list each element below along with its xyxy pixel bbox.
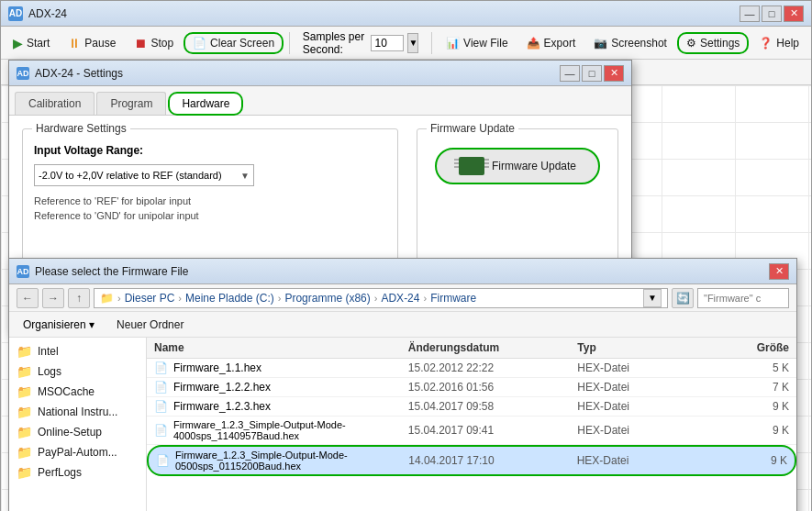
voltage-dropdown-arrow: ▼ [240, 171, 250, 181]
settings-button[interactable]: ⚙ Settings [677, 32, 749, 54]
close-button[interactable]: ✕ [784, 6, 804, 22]
folder-icon-msocache: 📁 [17, 384, 32, 399]
sidebar-item-logs[interactable]: 📁 Logs [9, 361, 146, 382]
hardware-settings-legend: Hardware Settings [32, 122, 130, 135]
header-type: Typ [577, 341, 704, 354]
file-row-1[interactable]: 📄 Firmware_1.2.2.hex 15.02.2016 01:56 HE… [147, 378, 796, 397]
file-search-input[interactable] [697, 288, 789, 308]
samples-input[interactable] [371, 35, 404, 51]
pause-icon: ⏸ [68, 36, 81, 50]
new-folder-button[interactable]: Neuer Ordner [108, 315, 192, 335]
settings-title-icon: AD [17, 67, 29, 80]
screenshot-button[interactable]: 📷 Screenshot [585, 33, 675, 53]
stop-button[interactable]: ⏹ Stop [126, 32, 182, 54]
folder-icon-intel: 📁 [17, 344, 32, 359]
path-seg-1[interactable]: Meine Pladde (C:) [185, 292, 274, 305]
hw-note-2: Reference to 'GND' for unipolar input [34, 210, 386, 221]
path-icon: 📁 [100, 292, 114, 305]
path-bar: 📁 › Dieser PC › Meine Pladde (C:) › Prog… [94, 288, 668, 308]
folder-icon-paypal: 📁 [17, 445, 32, 460]
folder-icon-national: 📁 [17, 405, 32, 419]
file-nav-bar: ← → ↑ 📁 › Dieser PC › Meine Pladde (C:) … [9, 284, 796, 312]
pause-button[interactable]: ⏸ Pause [60, 32, 124, 54]
nav-up-button[interactable]: ↑ [68, 288, 90, 308]
nav-forward-button[interactable]: → [42, 288, 64, 308]
firmware-group-legend: Firmware Update [427, 122, 518, 135]
file-icon-0: 📄 [154, 361, 168, 374]
chip-icon [459, 157, 484, 175]
folder-icon-online-setup: 📁 [17, 425, 32, 439]
stop-icon: ⏹ [134, 36, 147, 50]
sidebar-item-intel[interactable]: 📁 Intel [9, 341, 146, 361]
file-row-2[interactable]: 📄 Firmware_1.2.3.hex 15.04.2017 09:58 HE… [147, 397, 796, 417]
settings-title-bar: AD ADX-24 - Settings — □ ✕ [9, 61, 631, 86]
path-seg-4[interactable]: Firmware [430, 292, 476, 305]
file-dialog-close-button[interactable]: ✕ [769, 263, 789, 280]
file-body: 📁 Intel 📁 Logs 📁 MSOCache 📁 National Ins… [9, 338, 796, 511]
clear-screen-button[interactable]: 📄 Clear Screen [184, 32, 284, 54]
settings-close-button[interactable]: ✕ [604, 65, 624, 82]
file-icon-2: 📄 [154, 400, 168, 413]
sidebar-item-msocache[interactable]: 📁 MSOCache [9, 382, 146, 402]
file-icon-4: 📄 [156, 454, 170, 467]
header-size: Größe [705, 341, 789, 354]
tab-calibration[interactable]: Calibration [15, 92, 95, 115]
sidebar-item-perflogs[interactable]: 📁 PerfLogs [9, 462, 146, 483]
minimize-button[interactable]: — [740, 6, 760, 22]
file-dialog-icon: AD [17, 265, 29, 278]
tab-hardware[interactable]: Hardware [168, 92, 243, 116]
main-window: AD ADX-24 — □ ✕ ▶ Start ⏸ Pause ⏹ Stop 📄… [0, 0, 812, 511]
main-toolbar: ▶ Start ⏸ Pause ⏹ Stop 📄 Clear Screen Sa… [1, 27, 811, 60]
path-seg-0[interactable]: Dieser PC [125, 292, 175, 305]
path-seg-2[interactable]: Programme (x86) [284, 292, 370, 305]
tab-program[interactable]: Program [96, 92, 166, 115]
nav-back-button[interactable]: ← [17, 288, 39, 308]
view-file-button[interactable]: 📊 View File [438, 33, 516, 53]
settings-maximize-button[interactable]: □ [582, 65, 602, 82]
samples-area: Samples per Second: ▼ [295, 28, 427, 59]
file-dialog: AD Please select the Firmware File ✕ ← →… [8, 258, 797, 511]
firmware-update-button[interactable]: Firmware Update [435, 148, 600, 184]
file-row-3[interactable]: 📄 Firmware_1.2.3_Simple-Output-Mode-4000… [147, 417, 796, 445]
settings-title-buttons: — □ ✕ [560, 65, 624, 82]
folder-icon-logs: 📁 [17, 364, 32, 379]
file-dialog-title-buttons: ✕ [769, 263, 789, 280]
export-button[interactable]: 📤 Export [518, 33, 584, 53]
view-file-icon: 📊 [446, 37, 460, 50]
toolbar-separator-2 [431, 32, 432, 54]
path-dropdown-button[interactable]: ▼ [643, 289, 662, 307]
samples-dropdown[interactable]: ▼ [407, 33, 418, 53]
file-sidebar: 📁 Intel 📁 Logs 📁 MSOCache 📁 National Ins… [9, 338, 147, 511]
file-icon-1: 📄 [154, 381, 168, 394]
export-icon: 📤 [527, 37, 540, 50]
file-dialog-title-bar: AD Please select the Firmware File ✕ [9, 259, 796, 284]
settings-title-text: ADX-24 - Settings [35, 67, 560, 80]
help-icon: ❓ [759, 37, 773, 50]
settings-minimize-button[interactable]: — [560, 65, 580, 82]
file-list: Name Änderungsdatum Typ Größe 📄 Firmware… [147, 338, 796, 511]
settings-icon: ⚙ [686, 37, 696, 50]
header-date: Änderungsdatum [408, 341, 578, 354]
help-button[interactable]: ❓ Help [751, 33, 807, 53]
file-row-4[interactable]: 📄 Firmware_1.2.3_Simple-Output-Mode-0500… [147, 445, 796, 476]
clear-icon: 📄 [193, 37, 206, 50]
main-title-text: ADX-24 [28, 7, 740, 20]
file-table-header: Name Änderungsdatum Typ Größe [147, 338, 796, 359]
settings-tabs: Calibration Program Hardware [9, 86, 631, 116]
main-title-buttons: — □ ✕ [740, 6, 804, 22]
voltage-select[interactable]: -2.0V to +2,0V relative to REF (standard… [34, 164, 254, 186]
file-toolbar: Organisieren ▾ Neuer Ordner [9, 312, 796, 338]
file-row-0[interactable]: 📄 Firmware_1.1.hex 15.02.2012 22:22 HEX-… [147, 359, 796, 378]
sidebar-item-paypal[interactable]: 📁 PayPal-Autom... [9, 442, 146, 462]
file-dialog-title-text: Please select the Firmware File [35, 265, 769, 278]
start-icon: ▶ [13, 36, 23, 50]
start-button[interactable]: ▶ Start [5, 32, 58, 54]
sidebar-item-online-setup[interactable]: 📁 Online-Setup [9, 422, 146, 442]
organize-dropdown[interactable]: Organisieren ▾ [17, 315, 101, 335]
file-icon-3: 📄 [154, 424, 168, 437]
main-title-icon: AD [8, 6, 23, 21]
refresh-button[interactable]: 🔄 [672, 288, 694, 308]
path-seg-3[interactable]: ADX-24 [381, 292, 419, 305]
maximize-button[interactable]: □ [762, 6, 782, 22]
sidebar-item-national[interactable]: 📁 National Instru... [9, 402, 146, 422]
